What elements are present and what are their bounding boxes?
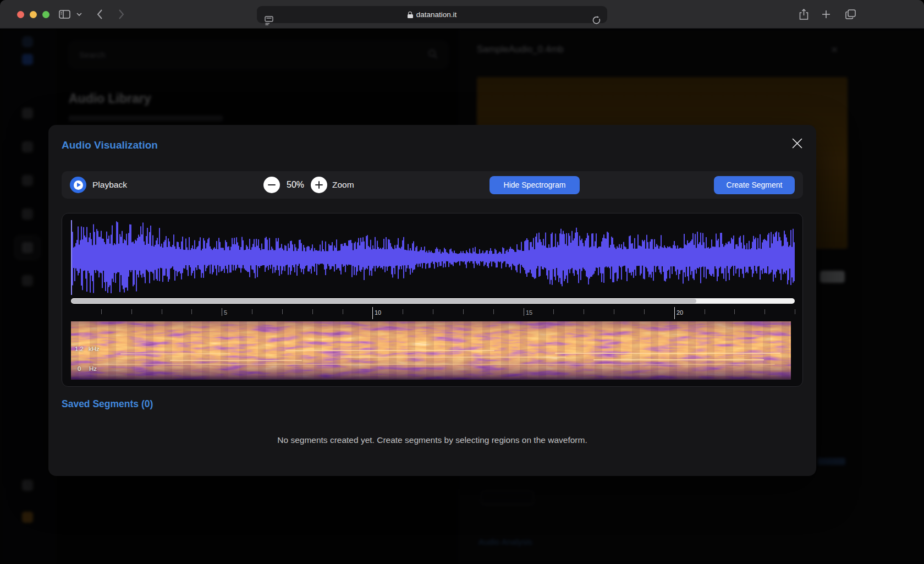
playhead-cursor[interactable] [71,220,72,295]
ruler-tick [131,309,132,314]
ruler-tick [101,309,102,314]
ruler-tick [191,309,192,314]
time-ruler: 5101520 [71,306,795,320]
zoom-window-button[interactable] [42,11,50,18]
freq-label-bottom-unit: Hz [89,365,97,372]
ruler-tick [795,309,795,314]
saved-segments-heading: Saved Segments (0) [62,398,153,410]
back-icon[interactable] [94,0,106,29]
freq-label-top-value: 1.2 [75,346,84,352]
address-bar[interactable]: datanation.it [257,6,607,23]
play-icon [74,180,83,190]
ruler-tick [433,309,433,314]
ruler-tick [162,309,162,314]
waveform-display[interactable] [71,220,795,295]
ruler-tick [524,308,524,316]
chevron-down-icon[interactable] [75,0,84,29]
ruler-tick [493,309,494,314]
lock-icon [408,12,413,18]
ruler-tick [222,308,222,316]
ruler-tick [765,309,765,314]
minus-icon [268,184,276,185]
modal-title: Audio Visualization [62,139,158,151]
ruler-tick-label: 5 [224,309,227,316]
minimize-window-button[interactable] [30,11,37,18]
ruler-tick [734,309,735,314]
ruler-tick [705,309,705,314]
ruler-tick-label: 20 [676,309,683,316]
ruler-tick [282,309,283,314]
ruler-tick [674,307,675,319]
ruler-tick [252,309,252,314]
zoom-in-button[interactable] [311,177,327,193]
modal-close-button[interactable] [789,135,805,151]
reload-icon[interactable] [590,6,603,35]
address-domain: datanation.it [416,10,457,19]
tab-overview-icon[interactable] [843,0,858,29]
play-button[interactable] [70,177,86,193]
ruler-tick [644,309,645,314]
create-segment-button[interactable]: Create Segment [714,176,795,194]
audio-visualization-modal: Audio Visualization Playback 50% Zoom Hi… [48,125,816,476]
playback-label: Playback [92,171,127,199]
address-text: datanation.it [257,6,607,23]
freq-label-top-unit: kHz [89,346,100,352]
visualization-container: 5101520 [62,213,803,387]
browser-window: datanation.it [0,0,924,564]
ruler-tick [463,309,464,314]
zoom-out-button[interactable] [263,177,280,193]
playback-controls-bar: Playback 50% Zoom Hide Spectrogram Creat… [62,171,803,199]
forward-icon[interactable] [115,0,127,29]
scrollbar-thumb[interactable] [72,299,696,303]
ruler-tick [343,309,343,314]
ruler-tick-label: 15 [526,309,532,316]
share-icon[interactable] [796,0,811,29]
zoom-level-value: 50% [281,171,310,199]
ruler-tick [372,307,373,319]
segments-empty-message: No segments created yet. Create segments… [48,435,816,445]
waveform-scrollbar[interactable] [71,298,795,304]
ruler-tick-label: 10 [375,309,381,316]
spectrogram-display[interactable]: 1.2 kHz 0 Hz [71,321,791,380]
zoom-label: Zoom [332,171,354,199]
ruler-tick [553,309,554,314]
ruler-tick [614,309,614,314]
new-tab-icon[interactable] [819,0,833,29]
browser-toolbar: datanation.it [0,0,924,29]
ruler-tick [584,309,584,314]
freq-label-bottom-value: 0 [78,365,81,372]
close-window-button[interactable] [17,11,24,18]
sidebar-toggle-icon[interactable] [57,0,72,29]
hide-spectrogram-button[interactable]: Hide Spectrogram [490,176,580,194]
ruler-tick [403,309,403,314]
ruler-tick [312,309,313,314]
